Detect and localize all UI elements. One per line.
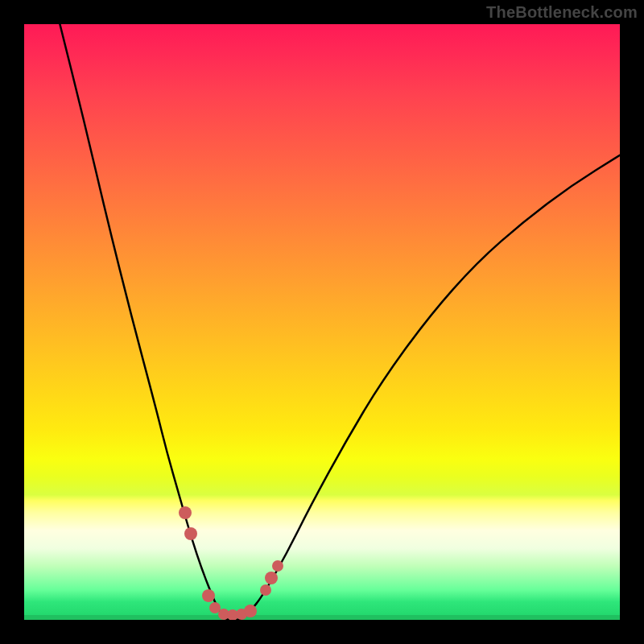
data-marker <box>265 572 278 584</box>
bottleneck-curve <box>24 24 620 620</box>
data-marker <box>202 589 215 602</box>
watermark-text: TheBottleneck.com <box>486 3 638 22</box>
data-marker <box>272 560 283 572</box>
data-marker <box>260 584 271 596</box>
data-marker <box>179 506 192 519</box>
plot-area <box>24 24 620 620</box>
data-marker <box>244 605 257 617</box>
data-marker <box>184 527 197 540</box>
outer-frame: TheBottleneck.com <box>0 0 644 644</box>
